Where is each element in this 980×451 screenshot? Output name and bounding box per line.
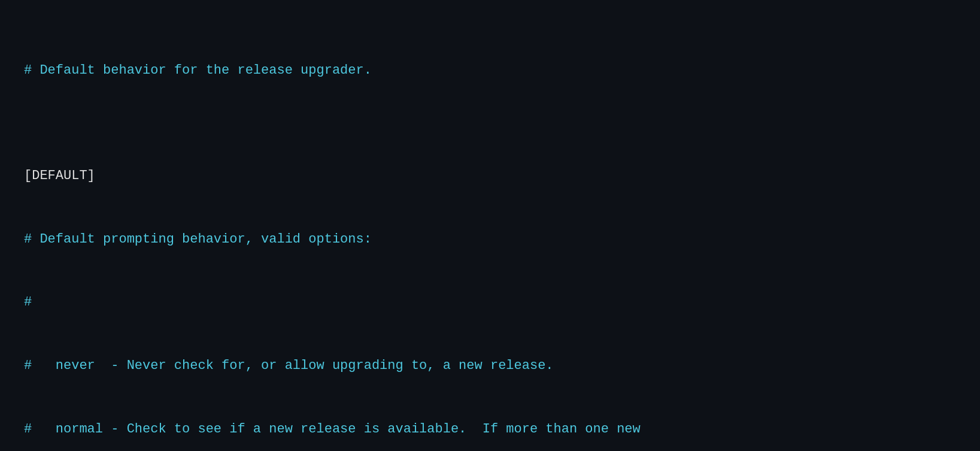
code-editor: # Default behavior for the release upgra…	[24, 18, 956, 451]
line-7: # normal - Check to see if a new release…	[24, 419, 956, 440]
line-1: # Default behavior for the release upgra…	[24, 60, 956, 81]
line-3: [DEFAULT]	[24, 165, 956, 186]
line-5: #	[24, 292, 956, 313]
line-6: # never - Never check for, or allow upgr…	[24, 355, 956, 376]
line-4: # Default prompting behavior, valid opti…	[24, 229, 956, 250]
